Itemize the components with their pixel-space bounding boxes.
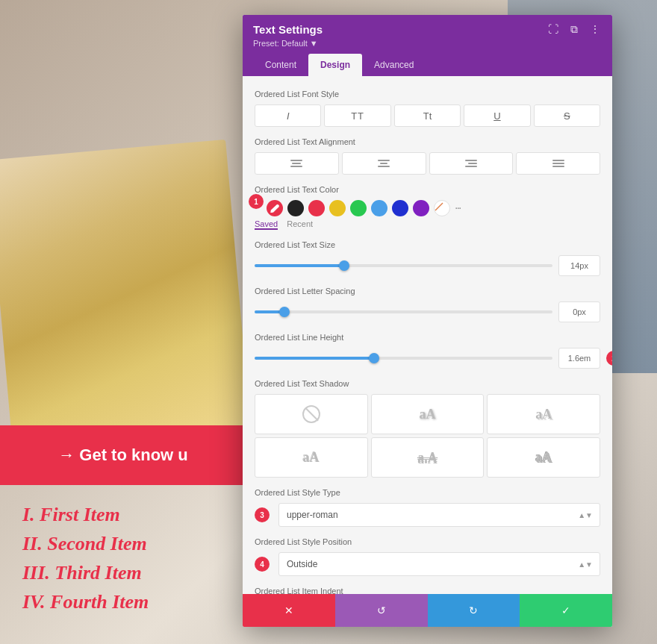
- align-left-btn[interactable]: [255, 152, 339, 175]
- item-indent-label: Ordered List Item Indent: [255, 587, 600, 594]
- color-tabs: Saved Recent: [255, 219, 600, 230]
- text-size-track[interactable]: [255, 264, 552, 267]
- line-height-row: 2: [255, 348, 600, 369]
- align-justify-btn[interactable]: [516, 152, 600, 175]
- line-height-label: Ordered List Line Height: [255, 333, 600, 342]
- text-color-label: Ordered List Text Color: [255, 185, 600, 194]
- underline-btn[interactable]: U: [464, 104, 530, 127]
- letter-spacing-row: [255, 301, 600, 322]
- color-more-btn[interactable]: ···: [455, 201, 460, 215]
- shadow-style-5-btn[interactable]: aA: [487, 437, 600, 478]
- modal-title: Text Settings: [253, 23, 323, 36]
- tab-content[interactable]: Content: [253, 54, 308, 76]
- header-icons: ⛶ ⧉ ⋮: [547, 22, 602, 36]
- letter-spacing-label: Ordered List Letter Spacing: [255, 287, 600, 296]
- modal-footer: ✕ ↺ ↻ ✓: [243, 594, 612, 627]
- font-style-label: Ordered List Font Style: [255, 90, 600, 99]
- style-type-select[interactable]: upper-roman lower-roman decimal lower-al…: [278, 503, 600, 527]
- color-tab-saved[interactable]: Saved: [255, 219, 278, 230]
- shadow-grid: aA aA aA a.A aA: [255, 394, 600, 478]
- badge-2: 2: [606, 351, 612, 366]
- alignment-label: Ordered List Text Alignment: [255, 137, 600, 146]
- badge-3: 3: [255, 507, 270, 522]
- tab-advanced[interactable]: Advanced: [362, 54, 426, 76]
- badge-1: 1: [249, 194, 264, 209]
- italic-btn[interactable]: I: [255, 104, 321, 127]
- align-right-btn[interactable]: [429, 152, 514, 175]
- text-settings-panel: Text Settings ⛶ ⧉ ⋮ Preset: Default ▼ Co…: [243, 15, 612, 627]
- style-type-label: Ordered List Style Type: [255, 488, 600, 497]
- badge-4: 4: [255, 557, 270, 572]
- line-height-input[interactable]: [558, 348, 600, 369]
- more-icon[interactable]: ⋮: [588, 22, 602, 36]
- text-size-input[interactable]: [558, 255, 600, 276]
- capitalize-btn[interactable]: Tt: [394, 104, 461, 127]
- wood-texture: [0, 140, 252, 457]
- modal-body: Ordered List Font Style I TT Tt U S Orde…: [243, 76, 612, 594]
- color-row: ···: [255, 200, 600, 216]
- align-center-btn[interactable]: [342, 152, 426, 175]
- font-style-row: I TT Tt U S: [255, 104, 600, 127]
- tab-bar: Content Design Advanced: [253, 54, 602, 76]
- shadow-style-4-btn[interactable]: a.A: [371, 437, 485, 478]
- fullscreen-icon[interactable]: ⛶: [547, 22, 560, 36]
- color-blue[interactable]: [371, 200, 387, 216]
- shadow-style-2-btn[interactable]: aA: [487, 394, 600, 434]
- modal-header: Text Settings ⛶ ⧉ ⋮ Preset: Default ▼ Co…: [243, 15, 612, 76]
- line-height-track[interactable]: [255, 357, 552, 360]
- preset-label[interactable]: Preset: Default ▼: [253, 39, 602, 48]
- text-size-row: [255, 255, 600, 276]
- uppercase-btn[interactable]: TT: [324, 104, 390, 127]
- strikethrough-btn[interactable]: S: [534, 104, 600, 127]
- shadow-none-btn[interactable]: [255, 394, 368, 434]
- color-green[interactable]: [350, 200, 367, 216]
- list-item: III. Third Item: [22, 558, 239, 587]
- alignment-row: [255, 152, 600, 175]
- reset-button[interactable]: ↺: [335, 594, 428, 627]
- style-position-select[interactable]: Outside Inside: [278, 552, 600, 576]
- color-eraser[interactable]: [434, 200, 450, 216]
- color-black[interactable]: [287, 200, 304, 216]
- tab-design[interactable]: Design: [308, 54, 362, 76]
- color-purple[interactable]: [413, 200, 429, 216]
- cta-button[interactable]: → Get to know u: [0, 425, 246, 485]
- list-item: I. First Item: [22, 500, 239, 529]
- color-tab-recent[interactable]: Recent: [287, 219, 313, 230]
- shadow-style-3-btn[interactable]: aA: [255, 437, 368, 478]
- shadow-style-1-btn[interactable]: aA: [371, 394, 485, 434]
- save-button[interactable]: ✓: [520, 594, 612, 627]
- duplicate-icon[interactable]: ⧉: [567, 22, 581, 36]
- letter-spacing-input[interactable]: [558, 301, 600, 322]
- list-item: II. Second Item: [22, 529, 239, 558]
- redo-button[interactable]: ↻: [428, 594, 520, 627]
- text-shadow-label: Ordered List Text Shadow: [255, 379, 600, 388]
- cta-text: → Get to know u: [58, 446, 188, 465]
- text-size-label: Ordered List Text Size: [255, 240, 600, 249]
- color-dark-blue[interactable]: [392, 200, 408, 216]
- letter-spacing-track[interactable]: [255, 310, 552, 313]
- svg-line-0: [435, 203, 443, 210]
- color-red[interactable]: [308, 200, 325, 216]
- list-item: IV. Fourth Item: [22, 587, 239, 616]
- color-picker-btn[interactable]: [267, 200, 283, 216]
- background-list: I. First Item II. Second Item III. Third…: [22, 500, 239, 616]
- cancel-button[interactable]: ✕: [243, 594, 335, 627]
- style-position-label: Ordered List Style Position: [255, 537, 600, 546]
- color-yellow[interactable]: [329, 200, 346, 216]
